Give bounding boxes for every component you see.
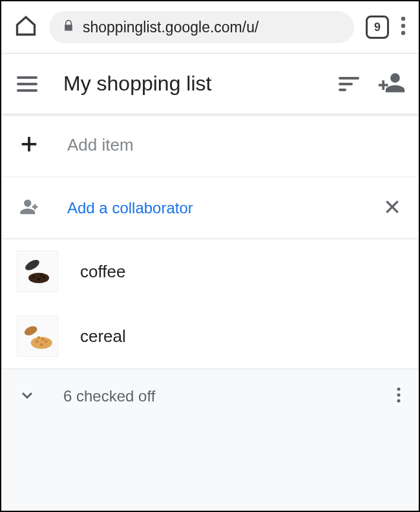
svg-point-11 [43,276,45,279]
checked-off-section: 6 checked off [1,368,419,511]
person-add-icon [19,196,41,220]
add-person-header-icon[interactable] [377,69,406,100]
add-item-placeholder: Add item [67,135,134,155]
list-item[interactable]: cereal [1,304,419,368]
more-options-icon[interactable] [397,387,401,405]
tab-count-button[interactable]: 9 [366,16,389,39]
url-text: shoppinglist.google.com/u/ [83,19,258,36]
item-label: cereal [80,326,126,347]
url-bar[interactable]: shoppinglist.google.com/u/ [49,11,354,43]
add-collaborator-row: Add a collaborator [1,177,419,239]
svg-point-10 [37,278,40,281]
svg-point-20 [397,388,401,391]
list-item[interactable]: coffee [1,239,419,304]
page-title: My shopping list [63,72,339,96]
browser-menu-icon[interactable] [401,16,406,38]
lock-icon [62,19,75,36]
item-label: coffee [80,262,125,282]
item-thumbnail [17,251,58,292]
svg-point-7 [24,258,41,272]
app-header: My shopping list [1,53,419,114]
svg-point-2 [401,31,405,35]
chevron-down-icon[interactable] [19,387,35,405]
item-thumbnail [17,315,58,357]
svg-point-0 [401,17,405,21]
svg-point-15 [36,340,39,343]
sort-icon[interactable] [339,77,359,91]
tab-count-number: 9 [374,21,381,34]
add-collaborator-link[interactable]: Add a collaborator [67,199,358,217]
svg-point-17 [45,340,48,343]
svg-point-12 [40,273,43,276]
svg-point-9 [32,275,35,278]
plus-icon [19,134,39,156]
svg-point-22 [397,400,401,403]
browser-bar: shoppinglist.google.com/u/ 9 [1,1,419,53]
hamburger-menu-icon[interactable] [17,76,43,92]
checked-off-label[interactable]: 6 checked off [63,387,368,405]
svg-point-18 [41,338,45,341]
svg-point-19 [37,336,40,339]
svg-point-13 [23,325,39,337]
close-icon[interactable] [384,198,401,218]
svg-point-16 [40,343,43,347]
svg-point-14 [31,337,52,349]
add-item-row[interactable]: Add item [1,114,419,177]
svg-point-21 [397,394,401,397]
svg-point-1 [401,24,405,28]
home-icon[interactable] [14,14,37,40]
